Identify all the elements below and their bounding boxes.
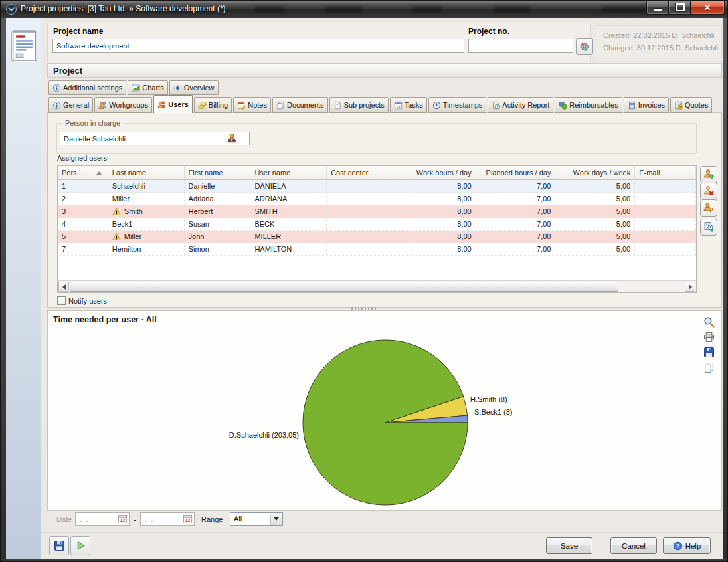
titlebar-ghost-artifact: [602, 6, 647, 13]
tab-activity-report[interactable]: Activity Report: [488, 97, 553, 113]
titlebar[interactable]: Project properties: [3] Tau Ltd. » Softw…: [1, 1, 727, 18]
column-label: Cost center: [331, 169, 368, 177]
cancel-button[interactable]: Cancel: [610, 537, 657, 554]
save-disk-icon[interactable]: [703, 347, 715, 358]
cell-work: 8,00: [393, 231, 476, 242]
column-header-cost[interactable]: Cost center: [327, 166, 393, 179]
tab-reimbursables[interactable]: Reimbursables: [555, 97, 622, 113]
remove-user-icon: [703, 185, 714, 197]
chart-icon: [132, 84, 140, 92]
column-header-pers[interactable]: Pers. ...: [58, 166, 108, 179]
secondary-tabbar: Additional settingsChartsOverview: [48, 80, 219, 95]
cell-email: [635, 218, 696, 230]
minimize-button[interactable]: [646, 1, 670, 15]
column-header-first[interactable]: First name: [185, 166, 251, 179]
tab-invoices[interactable]: Invoices: [624, 97, 669, 113]
combo-dropdown-button[interactable]: [270, 514, 282, 525]
table-row-user-5[interactable]: 5MillerJohnMILLER8,007,005,00: [58, 231, 696, 243]
cell-text: BECK: [254, 220, 274, 228]
column-header-planned[interactable]: Planned hours / day: [476, 166, 556, 179]
tab-billing[interactable]: Billing: [194, 97, 232, 113]
project-name-label: Project name: [53, 27, 103, 36]
maximize-button[interactable]: [668, 1, 691, 15]
tab-additional-settings[interactable]: Additional settings: [48, 80, 126, 95]
notify-users-checkbox[interactable]: [57, 296, 66, 305]
date-to-field[interactable]: 12: [140, 512, 195, 526]
person-search-icon[interactable]: [226, 133, 238, 144]
tab-notes[interactable]: Notes: [233, 97, 271, 113]
add-user-time-button[interactable]: [700, 219, 717, 236]
help-button[interactable]: ? Help: [663, 537, 711, 554]
project-name-input[interactable]: [52, 39, 464, 53]
quick-save-button[interactable]: [49, 536, 69, 555]
column-label: Last name: [112, 169, 146, 177]
table-row-user-3[interactable]: 3SmithHerbertSMITH8,007,005,00: [58, 205, 696, 218]
column-header-user[interactable]: User name: [250, 166, 327, 179]
cell-text: 5,00: [616, 220, 630, 228]
splitter-handle[interactable]: [351, 307, 378, 310]
table-row-user-7[interactable]: 7HemiltonSimonHAMILTON8,007,005,00: [58, 243, 696, 256]
cell-pers: 3: [58, 205, 108, 217]
copy-icon[interactable]: [703, 362, 715, 373]
cell-text: Susan: [189, 220, 209, 228]
run-button[interactable]: [70, 536, 90, 555]
window-frame-left: [1, 18, 6, 559]
remove-user-button[interactable]: [700, 183, 717, 200]
pie-chart: [48, 311, 723, 510]
tab-quotes[interactable]: %Quotes: [670, 97, 712, 113]
table-row-user-4[interactable]: 4Beck1SusanBECK8,007,005,00: [58, 218, 696, 231]
info-icon: [52, 84, 61, 92]
save-disk-icon: [54, 540, 65, 551]
tab-general[interactable]: General: [48, 97, 93, 113]
project-form-icon[interactable]: [11, 30, 37, 62]
tab-label: Overview: [184, 84, 215, 92]
table-header-row: Pers. ...Last nameFirst nameUser nameCos…: [58, 166, 696, 180]
scroll-left-button[interactable]: [58, 282, 69, 292]
save-button[interactable]: Save: [546, 537, 592, 554]
chart-panel: Time needed per user - All D.Schaelchli …: [47, 310, 722, 511]
scroll-left-icon: [62, 284, 66, 290]
project-no-input[interactable]: [468, 39, 573, 53]
cell-last: Beck1: [108, 218, 185, 230]
scrollbar-thumb[interactable]: [70, 282, 618, 292]
table-row-user-2[interactable]: 2MillerAdrianaADRIANA8,007,005,00: [58, 193, 696, 205]
app-icon[interactable]: [5, 3, 17, 15]
column-label: E-mail: [639, 169, 660, 177]
tab-timestamps[interactable]: Timestamps: [428, 97, 487, 113]
cell-user: SMITH: [250, 205, 327, 217]
tab-charts[interactable]: Charts: [128, 80, 167, 95]
cell-text: Adriana: [189, 195, 214, 203]
column-header-last[interactable]: Last name: [108, 166, 185, 179]
person-in-charge-input[interactable]: [60, 132, 250, 145]
close-button[interactable]: ✕: [690, 1, 725, 15]
cell-text: 7,00: [537, 233, 551, 240]
column-header-email[interactable]: E-mail: [635, 166, 696, 179]
horizontal-scrollbar[interactable]: [58, 280, 696, 292]
date-from-field[interactable]: 12: [75, 512, 130, 526]
column-label: Work hours / day: [416, 169, 472, 177]
cell-days: 5,00: [555, 231, 635, 242]
print-icon[interactable]: [703, 331, 715, 343]
tab-workgroups[interactable]: Workgroups: [94, 97, 152, 113]
warning-icon: [112, 207, 121, 216]
range-select[interactable]: All: [230, 512, 283, 526]
cell-cost: [327, 193, 393, 205]
cell-last: Miller: [108, 193, 185, 205]
edit-user-button[interactable]: [700, 199, 717, 217]
calendar-icon[interactable]: 12: [183, 514, 193, 524]
cell-last: Hemilton: [108, 243, 185, 255]
column-header-days[interactable]: Work days / week: [555, 166, 635, 179]
tab-tasks[interactable]: 12Tasks: [390, 97, 427, 113]
column-header-work[interactable]: Work hours / day: [393, 166, 476, 179]
tab-users[interactable]: Users: [153, 95, 193, 113]
calendar-icon[interactable]: 12: [118, 514, 128, 524]
generate-project-no-button[interactable]: [576, 38, 593, 55]
pie-label-sbeck1: S.Beck1 (3): [474, 408, 512, 416]
add-user-button[interactable]: [700, 166, 717, 183]
zoom-icon[interactable]: [703, 316, 715, 328]
tab-documents[interactable]: Documents: [272, 97, 328, 113]
tab-sub-projects[interactable]: Sub projects: [329, 97, 389, 113]
tab-overview[interactable]: Overview: [169, 80, 219, 95]
table-row-user-1[interactable]: 1SchaelchliDanielleDANIELA8,007,005,00: [58, 180, 696, 193]
scroll-right-button[interactable]: [685, 282, 695, 292]
